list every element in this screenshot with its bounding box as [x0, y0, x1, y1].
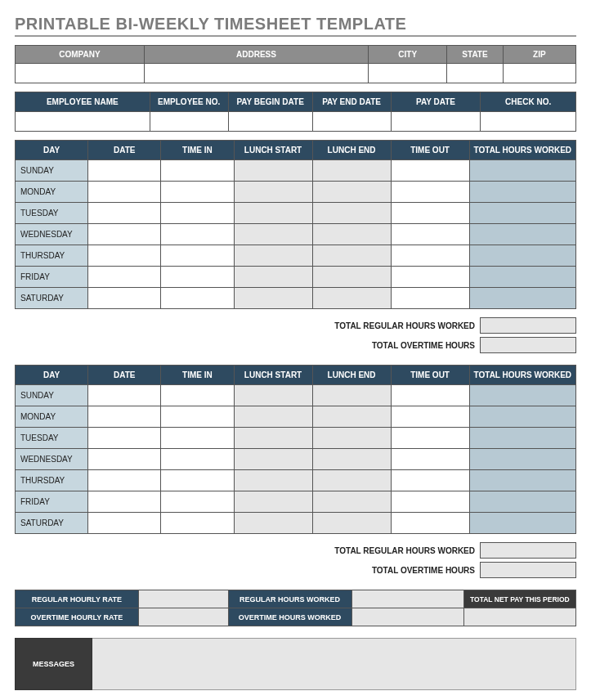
week2-regular-value[interactable] — [480, 542, 576, 559]
timeout-input[interactable] — [391, 491, 469, 513]
timeout-input[interactable] — [391, 470, 469, 491]
lunchstart-input[interactable] — [234, 449, 312, 470]
lunchstart-input[interactable] — [234, 428, 312, 449]
regular-hours-input[interactable] — [351, 590, 463, 608]
date-input[interactable] — [88, 449, 161, 470]
timeout-input[interactable] — [391, 267, 469, 288]
company-input[interactable] — [16, 64, 145, 83]
messages-input[interactable] — [92, 638, 576, 690]
lunchstart-input[interactable] — [234, 513, 312, 534]
timeout-input[interactable] — [391, 513, 469, 534]
pay-begin-input[interactable] — [228, 112, 312, 132]
employee-no-input[interactable] — [150, 112, 228, 132]
timeout-input[interactable] — [391, 428, 469, 449]
week2-overtime-value[interactable] — [480, 562, 576, 578]
timeout-input[interactable] — [391, 245, 469, 267]
net-pay-input[interactable] — [463, 608, 575, 626]
lunchend-input[interactable] — [312, 160, 391, 182]
lunchstart-input[interactable] — [234, 203, 312, 224]
timein-input[interactable] — [161, 203, 234, 224]
date-input[interactable] — [88, 491, 161, 513]
timeout-input[interactable] — [391, 203, 469, 224]
lunchend-input[interactable] — [312, 288, 391, 309]
lunchend-input[interactable] — [312, 267, 391, 288]
timein-input[interactable] — [161, 513, 234, 534]
timein-input[interactable] — [161, 406, 234, 428]
totalhours-input[interactable] — [469, 470, 575, 491]
lunchend-input[interactable] — [312, 203, 391, 224]
lunchend-input[interactable] — [312, 470, 391, 491]
timeout-input[interactable] — [391, 385, 469, 406]
totalhours-input[interactable] — [469, 224, 575, 245]
timein-input[interactable] — [161, 491, 234, 513]
timein-input[interactable] — [161, 245, 234, 267]
timein-input[interactable] — [161, 385, 234, 406]
totalhours-input[interactable] — [469, 491, 575, 513]
totalhours-input[interactable] — [469, 406, 575, 428]
timeout-input[interactable] — [391, 449, 469, 470]
lunchstart-input[interactable] — [234, 470, 312, 491]
lunchend-input[interactable] — [312, 406, 391, 428]
lunchend-input[interactable] — [312, 245, 391, 267]
timein-input[interactable] — [161, 160, 234, 182]
timein-input[interactable] — [161, 267, 234, 288]
totalhours-input[interactable] — [469, 428, 575, 449]
date-input[interactable] — [88, 513, 161, 534]
lunchstart-input[interactable] — [234, 245, 312, 267]
overtime-rate-input[interactable] — [138, 608, 228, 626]
totalhours-input[interactable] — [469, 513, 575, 534]
timein-input[interactable] — [161, 449, 234, 470]
date-input[interactable] — [88, 470, 161, 491]
lunchend-input[interactable] — [312, 385, 391, 406]
lunchstart-input[interactable] — [234, 385, 312, 406]
timeout-input[interactable] — [391, 288, 469, 309]
timeout-input[interactable] — [391, 182, 469, 203]
totalhours-input[interactable] — [469, 385, 575, 406]
state-input[interactable] — [447, 64, 504, 83]
week1-regular-value[interactable] — [480, 317, 576, 334]
totalhours-input[interactable] — [469, 288, 575, 309]
lunchend-input[interactable] — [312, 428, 391, 449]
date-input[interactable] — [88, 182, 161, 203]
date-input[interactable] — [88, 406, 161, 428]
date-input[interactable] — [88, 160, 161, 182]
date-input[interactable] — [88, 245, 161, 267]
date-input[interactable] — [88, 203, 161, 224]
employee-name-input[interactable] — [16, 112, 150, 132]
totalhours-input[interactable] — [469, 267, 575, 288]
lunchstart-input[interactable] — [234, 406, 312, 428]
lunchend-input[interactable] — [312, 513, 391, 534]
timein-input[interactable] — [161, 428, 234, 449]
date-input[interactable] — [88, 267, 161, 288]
timein-input[interactable] — [161, 224, 234, 245]
address-input[interactable] — [144, 64, 368, 83]
date-input[interactable] — [88, 385, 161, 406]
timeout-input[interactable] — [391, 224, 469, 245]
zip-input[interactable] — [503, 64, 575, 83]
lunchstart-input[interactable] — [234, 224, 312, 245]
overtime-hours-input[interactable] — [351, 608, 463, 626]
check-no-input[interactable] — [481, 112, 576, 132]
totalhours-input[interactable] — [469, 160, 575, 182]
lunchstart-input[interactable] — [234, 491, 312, 513]
pay-date-input[interactable] — [391, 112, 481, 132]
lunchend-input[interactable] — [312, 449, 391, 470]
date-input[interactable] — [88, 224, 161, 245]
week1-overtime-value[interactable] — [480, 337, 576, 353]
lunchend-input[interactable] — [312, 182, 391, 203]
timein-input[interactable] — [161, 182, 234, 203]
totalhours-input[interactable] — [469, 182, 575, 203]
timein-input[interactable] — [161, 288, 234, 309]
lunchstart-input[interactable] — [234, 182, 312, 203]
totalhours-input[interactable] — [469, 449, 575, 470]
lunchend-input[interactable] — [312, 224, 391, 245]
regular-rate-input[interactable] — [138, 590, 228, 608]
timein-input[interactable] — [161, 470, 234, 491]
lunchstart-input[interactable] — [234, 288, 312, 309]
totalhours-input[interactable] — [469, 203, 575, 224]
lunchend-input[interactable] — [312, 491, 391, 513]
pay-end-input[interactable] — [312, 112, 391, 132]
totalhours-input[interactable] — [469, 245, 575, 267]
lunchstart-input[interactable] — [234, 160, 312, 182]
timeout-input[interactable] — [391, 160, 469, 182]
